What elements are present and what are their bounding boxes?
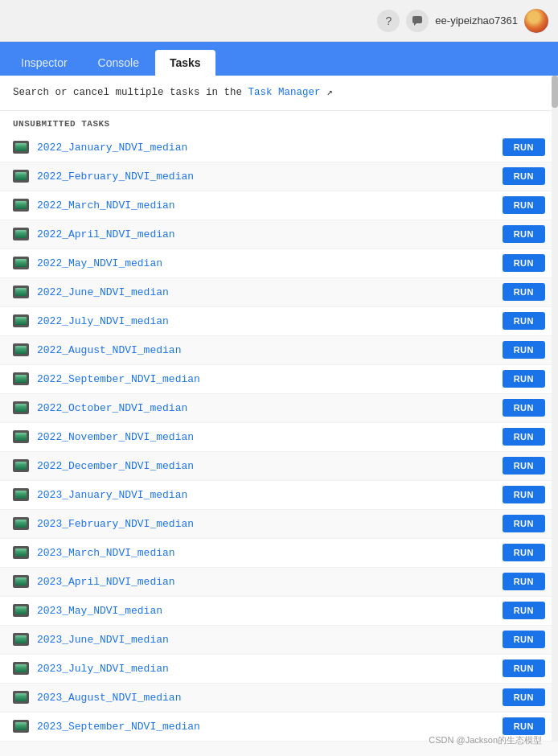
task-icon <box>13 662 29 675</box>
task-name[interactable]: 2022_June_NDVI_median <box>37 286 503 298</box>
task-icon <box>13 517 29 530</box>
tab-console[interactable]: Console <box>84 50 154 76</box>
content-wrapper: Search or cancel multiple tasks in the T… <box>0 76 558 742</box>
task-row: 2022_September_NDVI_medianRUN <box>0 365 558 394</box>
task-row: 2022_November_NDVI_medianRUN <box>0 423 558 452</box>
task-icon <box>13 314 29 327</box>
task-icon <box>13 286 29 298</box>
watermark: CSDN @Jackson的生态模型 <box>429 734 542 746</box>
chat-button[interactable] <box>406 10 429 32</box>
task-name[interactable]: 2023_September_NDVI_median <box>37 721 503 733</box>
task-name[interactable]: 2022_May_NDVI_median <box>37 257 503 269</box>
svg-marker-1 <box>414 23 416 26</box>
task-icon <box>13 546 29 559</box>
tab-tasks[interactable]: Tasks <box>155 50 215 76</box>
task-row: 2022_June_NDVI_medianRUN <box>0 278 558 307</box>
task-name[interactable]: 2022_August_NDVI_median <box>37 344 503 356</box>
run-button[interactable]: RUN <box>503 631 545 648</box>
task-row: 2023_June_NDVI_medianRUN <box>0 626 558 655</box>
task-name[interactable]: 2022_April_NDVI_median <box>37 228 503 240</box>
task-row: 2022_March_NDVI_medianRUN <box>0 191 558 220</box>
task-icon <box>13 372 29 385</box>
task-name[interactable]: 2022_March_NDVI_median <box>37 199 503 212</box>
task-row: 2023_July_NDVI_medianRUN <box>0 655 558 684</box>
task-name[interactable]: 2022_November_NDVI_median <box>37 431 503 443</box>
task-name[interactable]: 2022_January_NDVI_median <box>37 142 503 154</box>
task-row: 2022_May_NDVI_medianRUN <box>0 249 558 278</box>
run-button[interactable]: RUN <box>503 225 545 243</box>
run-button[interactable]: RUN <box>503 457 545 475</box>
task-icon <box>13 170 29 183</box>
task-icon <box>13 720 29 733</box>
task-icon <box>13 459 29 472</box>
task-name[interactable]: 2023_January_NDVI_median <box>37 489 503 501</box>
scroll-indicator[interactable] <box>552 76 558 742</box>
run-button[interactable]: RUN <box>503 138 545 156</box>
task-name[interactable]: 2023_April_NDVI_median <box>37 576 503 588</box>
task-row: 2023_May_NDVI_medianRUN <box>0 597 558 626</box>
task-row: 2022_October_NDVI_medianRUN <box>0 394 558 423</box>
task-icon <box>13 228 29 240</box>
run-button[interactable]: RUN <box>503 370 545 388</box>
task-row: 2023_April_NDVI_medianRUN <box>0 568 558 597</box>
task-row: 2023_August_NDVI_medianRUN <box>0 684 558 713</box>
run-button[interactable]: RUN <box>503 312 545 330</box>
run-button[interactable]: RUN <box>503 602 545 619</box>
info-external-icon: ↗ <box>321 87 333 98</box>
tab-bar: Inspector Console Tasks <box>0 42 558 76</box>
task-name[interactable]: 2023_July_NDVI_median <box>37 663 503 675</box>
task-name[interactable]: 2022_December_NDVI_median <box>37 460 503 472</box>
task-name[interactable]: 2023_March_NDVI_median <box>37 547 503 559</box>
task-icon <box>13 430 29 443</box>
task-row: 2022_August_NDVI_medianRUN <box>0 336 558 365</box>
run-button[interactable]: RUN <box>503 341 545 359</box>
task-manager-link[interactable]: Task Manager <box>248 87 321 98</box>
task-icon <box>13 488 29 501</box>
run-button[interactable]: RUN <box>503 688 545 706</box>
task-icon <box>13 691 29 704</box>
run-button[interactable]: RUN <box>503 515 545 532</box>
scroll-thumb[interactable] <box>552 76 558 108</box>
task-row: 2023_March_NDVI_medianRUN <box>0 539 558 568</box>
main-content: Search or cancel multiple tasks in the T… <box>0 76 558 742</box>
task-name[interactable]: 2022_July_NDVI_median <box>37 315 503 327</box>
top-bar-actions: ? ee-yipeizhao7361 <box>377 9 548 33</box>
task-name[interactable]: 2023_June_NDVI_median <box>37 634 503 646</box>
run-button[interactable]: RUN <box>503 717 545 735</box>
task-name[interactable]: 2022_February_NDVI_median <box>37 171 503 183</box>
task-icon <box>13 604 29 617</box>
run-button[interactable]: RUN <box>503 486 545 503</box>
task-icon <box>13 199 29 212</box>
task-icon <box>13 141 29 154</box>
info-bar: Search or cancel multiple tasks in the T… <box>0 76 558 111</box>
task-row: 2023_January_NDVI_medianRUN <box>0 481 558 510</box>
task-list: 2022_January_NDVI_medianRUN2022_February… <box>0 134 558 742</box>
task-icon <box>13 257 29 269</box>
run-button[interactable]: RUN <box>503 399 545 417</box>
task-row: 2022_February_NDVI_medianRUN <box>0 162 558 191</box>
avatar[interactable] <box>524 9 548 33</box>
task-icon <box>13 343 29 356</box>
help-button[interactable]: ? <box>377 10 400 32</box>
task-name[interactable]: 2023_February_NDVI_median <box>37 518 503 530</box>
username: ee-yipeizhao7361 <box>435 14 518 27</box>
task-name[interactable]: 2023_May_NDVI_median <box>37 605 503 617</box>
run-button[interactable]: RUN <box>503 167 545 185</box>
tab-inspector[interactable]: Inspector <box>6 50 82 76</box>
svg-rect-0 <box>412 16 422 23</box>
run-button[interactable]: RUN <box>503 428 545 446</box>
task-row: 2023_February_NDVI_medianRUN <box>0 510 558 539</box>
run-button[interactable]: RUN <box>503 573 545 590</box>
run-button[interactable]: RUN <box>503 196 545 214</box>
task-row: 2022_December_NDVI_medianRUN <box>0 452 558 481</box>
task-row: 2022_April_NDVI_medianRUN <box>0 220 558 249</box>
task-name[interactable]: 2023_August_NDVI_median <box>37 692 503 704</box>
run-button[interactable]: RUN <box>503 659 545 677</box>
run-button[interactable]: RUN <box>503 544 545 561</box>
task-name[interactable]: 2022_September_NDVI_median <box>37 373 503 385</box>
run-button[interactable]: RUN <box>503 254 545 272</box>
section-header: UNSUBMITTED TASKS <box>0 111 558 134</box>
task-row: 2022_January_NDVI_medianRUN <box>0 134 558 162</box>
task-name[interactable]: 2022_October_NDVI_median <box>37 402 503 414</box>
run-button[interactable]: RUN <box>503 283 545 301</box>
